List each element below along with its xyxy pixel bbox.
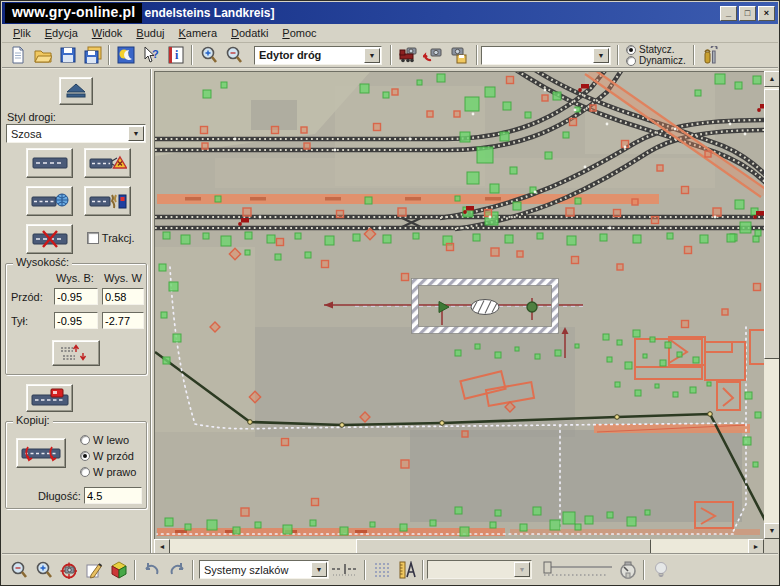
road-delete-button[interactable] (26, 224, 73, 254)
copy-left-dot[interactable] (80, 435, 90, 445)
object-marker[interactable] (277, 239, 284, 246)
object-marker[interactable] (682, 321, 689, 328)
object-marker[interactable] (491, 248, 499, 256)
new-file-button[interactable] (5, 44, 30, 67)
editor-mode-select[interactable]: Edytor dróg ▼ (254, 46, 382, 65)
back-w-input[interactable] (102, 312, 144, 329)
object-marker[interactable] (652, 217, 659, 224)
object-marker[interactable] (542, 95, 548, 101)
apply-height-button[interactable] (52, 340, 100, 366)
object-marker[interactable] (614, 210, 621, 217)
light-bulb-button[interactable] (648, 558, 673, 581)
info-button[interactable]: i (163, 44, 188, 67)
copy-right-dot[interactable] (80, 467, 90, 477)
systems-select[interactable]: Systemy szlaków ▼ (199, 560, 329, 579)
zoom-in-map-button[interactable] (31, 558, 56, 581)
copy-forward-dot[interactable] (80, 451, 90, 461)
traction-option[interactable]: Trakcj. (87, 232, 134, 244)
save-button[interactable] (55, 44, 80, 67)
object-marker[interactable] (462, 431, 468, 437)
object-marker[interactable] (590, 105, 596, 111)
collapse-panel-button[interactable] (59, 77, 93, 105)
menu-widok[interactable]: Widok (85, 25, 130, 41)
road-straight-button[interactable] (26, 148, 73, 178)
road-magnet-button[interactable] (84, 186, 131, 216)
object-marker[interactable] (485, 210, 492, 217)
measure-button[interactable] (394, 558, 419, 581)
menu-dodatki[interactable]: Dodatki (224, 25, 275, 41)
road-node[interactable] (615, 415, 620, 420)
save-all-button[interactable] (80, 44, 105, 67)
copy-right-option[interactable]: W prawo (80, 466, 136, 478)
object-marker[interactable] (454, 111, 460, 117)
road-end-warning-button[interactable] (84, 148, 131, 178)
road-node[interactable] (440, 421, 445, 426)
object-marker[interactable] (282, 439, 289, 446)
object-marker[interactable] (447, 244, 454, 251)
object-marker[interactable] (632, 199, 638, 205)
object-marker[interactable] (374, 124, 381, 131)
object-marker[interactable] (754, 284, 761, 291)
menu-plik[interactable]: Plik (6, 25, 38, 41)
object-marker[interactable] (566, 208, 574, 216)
object-marker[interactable] (202, 143, 208, 149)
object-marker[interactable] (517, 251, 523, 257)
grid-toggle-button[interactable] (369, 558, 394, 581)
chevron-down-icon[interactable]: ▼ (128, 126, 144, 141)
object-marker[interactable] (304, 143, 310, 149)
object-marker[interactable] (392, 89, 398, 95)
object-marker[interactable] (272, 127, 279, 134)
map-canvas[interactable] (155, 72, 765, 540)
menu-pomoc[interactable]: Pomoc (275, 25, 323, 41)
object-marker[interactable] (401, 460, 409, 468)
road-node[interactable] (340, 423, 345, 428)
menu-kamera[interactable]: Kamera (171, 25, 224, 41)
object-marker[interactable] (241, 508, 249, 516)
detail-slider[interactable] (540, 560, 615, 580)
object-marker[interactable] (570, 119, 577, 126)
chevron-down-icon[interactable]: ▼ (593, 48, 609, 63)
camera-train-button[interactable] (395, 44, 420, 67)
minimize-button[interactable]: _ (720, 6, 737, 21)
object-marker[interactable] (657, 165, 663, 171)
road-vehicle-button[interactable] (26, 384, 73, 412)
camera-reverse-button[interactable] (420, 44, 445, 67)
object-marker[interactable] (682, 187, 689, 194)
copy-left-option[interactable]: W lewo (80, 434, 129, 446)
day-night-button[interactable] (113, 44, 138, 67)
gauge-button[interactable] (615, 558, 640, 581)
tools-button[interactable] (698, 44, 723, 67)
zoom-out-map-button[interactable] (6, 558, 31, 581)
copy-road-button[interactable] (16, 438, 66, 468)
copy-forward-option[interactable]: W przód (80, 450, 134, 462)
road-node[interactable] (248, 420, 253, 425)
edit-pencil-button[interactable] (81, 558, 106, 581)
object-marker[interactable] (705, 151, 711, 157)
front-b-input[interactable] (54, 288, 98, 305)
object-marker[interactable] (322, 261, 329, 268)
radio-dynamic[interactable]: Dynamicz. (626, 55, 686, 66)
open-file-button[interactable] (30, 44, 55, 67)
road-style-select[interactable]: Szosa ▼ (6, 124, 146, 143)
scroll-down-button[interactable]: ▼ (764, 523, 780, 539)
track-connect-button[interactable] (329, 558, 361, 581)
scroll-up-button[interactable]: ▲ (764, 71, 780, 87)
object-marker[interactable] (312, 499, 319, 506)
object-marker[interactable] (201, 127, 208, 134)
road-node[interactable] (708, 412, 713, 417)
chevron-down-icon[interactable]: ▼ (364, 48, 380, 63)
map-vertical-scrollbar[interactable]: ▲ ▼ (764, 71, 780, 539)
cube-3d-button[interactable] (106, 558, 131, 581)
object-marker[interactable] (337, 211, 344, 218)
vertical-scroll-thumb[interactable] (764, 89, 780, 359)
object-marker[interactable] (617, 264, 623, 270)
chevron-down-icon[interactable]: ▼ (311, 562, 327, 577)
object-marker[interactable] (402, 274, 409, 281)
layer-select[interactable]: ▼ (481, 46, 611, 65)
radio-dynamic-dot[interactable] (626, 56, 636, 66)
menu-buduj[interactable]: Buduj (129, 25, 171, 41)
object-marker[interactable] (398, 208, 406, 216)
object-marker[interactable] (427, 111, 433, 117)
camera-save-button[interactable] (445, 44, 470, 67)
menu-edycja[interactable]: Edycja (38, 25, 85, 41)
